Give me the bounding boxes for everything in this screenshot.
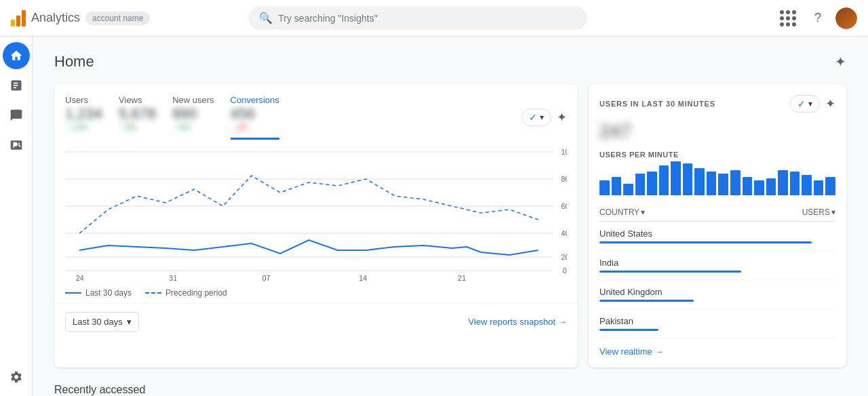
mini-bar-item: [778, 170, 788, 196]
mini-bar-item: [743, 177, 753, 196]
svg-text:0: 0: [563, 267, 567, 275]
country-bar: [599, 271, 741, 273]
metric-views-change: ↑ 8%: [119, 123, 156, 132]
svg-text:20: 20: [561, 254, 567, 261]
svg-text:100: 100: [561, 148, 567, 156]
logo-area: Analytics account name: [11, 10, 150, 26]
view-realtime-label: View realtime: [599, 346, 652, 357]
metric-users-label: Users: [65, 95, 102, 105]
mini-bar-chart: [599, 161, 835, 195]
country-row: United States: [599, 222, 835, 251]
legend-solid: Last 30 days: [65, 288, 132, 298]
chart-sparkle-button[interactable]: ✦: [557, 110, 567, 125]
mini-bar-item: [683, 163, 693, 196]
users-per-minute-label: USERS PER MINUTE: [599, 151, 835, 159]
metric-conversions-value: 456: [231, 105, 279, 123]
sidebar-item-explore[interactable]: [3, 102, 30, 129]
mini-bar-item: [647, 172, 657, 195]
user-avatar[interactable]: [835, 7, 857, 29]
realtime-check-dropdown[interactable]: ✓ ▾: [790, 95, 820, 113]
line-chart: 100 80 60 40 20 0 24 Mar 31: [65, 145, 567, 281]
country-name: United Kingdom: [599, 287, 663, 297]
help-button[interactable]: ?: [806, 6, 830, 31]
chart-card-header: Users 1,234 ↑ 12% Views 5,678 ↑ 8% New u…: [54, 84, 578, 140]
country-sort-icon: ▾: [641, 207, 645, 217]
mini-bar-item: [707, 172, 717, 195]
view-realtime-arrow: →: [655, 346, 664, 357]
mini-bar-item: [659, 165, 669, 195]
sidebar-item-home[interactable]: [3, 42, 30, 69]
users-per-minute-section: USERS PER MINUTE: [599, 151, 835, 195]
date-selector[interactable]: Last 30 days ▾: [65, 312, 139, 332]
mini-bar-item: [612, 177, 622, 196]
chart-footer: Last 30 days ▾ View reports snapshot →: [54, 303, 578, 340]
metric-tab-views[interactable]: Views 5,678 ↑ 8%: [119, 95, 156, 140]
svg-text:07: 07: [262, 275, 271, 281]
metric-new-users-change: ↑ 5%: [172, 123, 214, 132]
mini-bar-item: [694, 168, 705, 195]
sparkle-icon[interactable]: ✦: [835, 54, 846, 70]
chart-area: 100 80 60 40 20 0 24 Mar 31: [54, 140, 578, 283]
grid-icon: [780, 10, 796, 26]
analytics-logo: [11, 10, 26, 26]
search-input[interactable]: [278, 13, 576, 24]
metric-users-change: ↑ 12%: [65, 123, 102, 132]
logo-bar-3: [22, 10, 26, 26]
country-header[interactable]: COUNTRY ▾: [599, 207, 645, 217]
view-reports-link[interactable]: View reports snapshot →: [469, 317, 567, 327]
metric-tab-new-users[interactable]: New users 890 ↑ 5%: [172, 95, 214, 140]
realtime-sparkle-button[interactable]: ✦: [825, 96, 835, 111]
country-bar: [599, 241, 812, 243]
date-selector-label: Last 30 days: [73, 317, 123, 327]
legend-solid-line: [65, 292, 81, 294]
app-body: Home ✦ Users 1,234 ↑ 12% Views 5,6: [0, 37, 868, 396]
top-navigation: Analytics account name 🔍 ?: [0, 0, 868, 37]
country-row: United Kingdom: [599, 280, 835, 309]
page-header: Home ✦: [54, 53, 846, 71]
country-row: Pakistan: [599, 309, 835, 338]
mini-bar-item: [790, 172, 800, 195]
country-table-header: COUNTRY ▾ USERS ▾: [599, 203, 835, 222]
metric-tab-users[interactable]: Users 1,234 ↑ 12%: [65, 95, 102, 140]
metric-tab-conversions[interactable]: Conversions 456 ↓ 3%: [231, 95, 279, 140]
view-reports-label: View reports snapshot: [469, 317, 555, 327]
metric-new-users-value: 890: [172, 105, 214, 123]
metric-views-value: 5,678: [119, 105, 156, 123]
sidebar-item-reports[interactable]: [3, 72, 30, 99]
sidebar: [0, 37, 33, 396]
sidebar-item-settings[interactable]: [3, 363, 30, 391]
logo-bar-1: [11, 20, 15, 26]
users-sort-icon: ▾: [831, 207, 835, 217]
users-header[interactable]: USERS ▾: [802, 207, 835, 217]
realtime-card: USERS IN LAST 30 MINUTES ✓ ▾ ✦ 247 USERS…: [589, 84, 846, 368]
realtime-header: USERS IN LAST 30 MINUTES ✓ ▾ ✦: [599, 95, 835, 113]
chart-check-dropdown[interactable]: ✓ ▾: [521, 108, 551, 126]
search-bar[interactable]: 🔍: [248, 6, 587, 30]
search-icon: 🔍: [259, 12, 273, 24]
dropdown-arrow: ▾: [540, 113, 544, 122]
mini-bar-item: [766, 178, 776, 195]
svg-text:31: 31: [169, 275, 177, 281]
sidebar-item-advertising[interactable]: [3, 132, 30, 159]
mini-bar-item: [814, 180, 824, 196]
grid-menu-button[interactable]: [776, 6, 800, 31]
question-icon: ?: [814, 11, 821, 25]
legend-dashed-label: Preceding period: [165, 288, 227, 298]
country-bar: [599, 329, 658, 331]
mini-bar-item: [623, 184, 633, 196]
account-chip[interactable]: account name: [85, 12, 150, 25]
svg-text:80: 80: [561, 176, 567, 183]
mini-bar-item: [730, 170, 741, 196]
metric-users-value: 1,234: [65, 105, 102, 123]
view-realtime-link[interactable]: View realtime →: [599, 346, 835, 357]
country-name: United States: [599, 229, 652, 239]
main-content: Home ✦ Users 1,234 ↑ 12% Views 5,6: [33, 37, 868, 396]
country-rows: United States India United Kingdom Pakis…: [599, 222, 835, 338]
svg-text:21: 21: [458, 275, 466, 281]
country-name: Pakistan: [599, 316, 633, 326]
app-name: Analytics: [31, 11, 80, 25]
realtime-count: 247: [599, 121, 835, 142]
legend-dashed: Preceding period: [145, 288, 227, 298]
svg-text:40: 40: [561, 230, 567, 237]
metric-tabs: Users 1,234 ↑ 12% Views 5,678 ↑ 8% New u…: [65, 95, 521, 140]
